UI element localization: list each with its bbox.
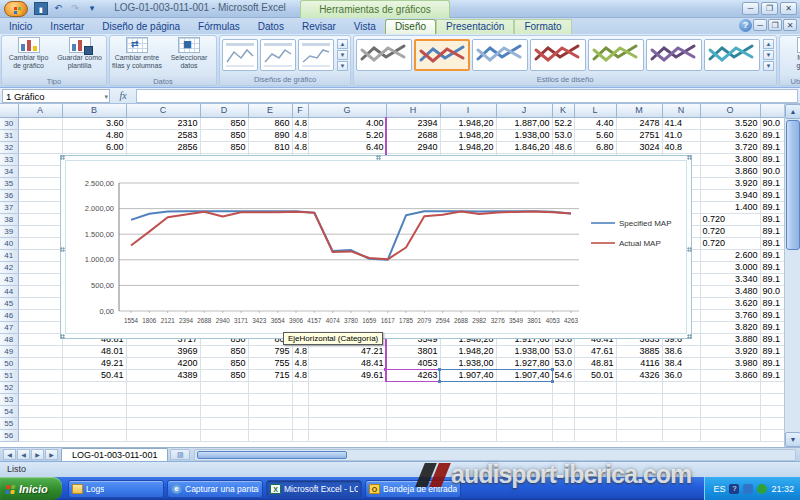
office-button-icon[interactable] [4, 1, 28, 17]
start-button[interactable]: Inicio [0, 477, 62, 500]
save-icon[interactable]: ▮ [34, 2, 48, 15]
cell[interactable]: 89.1 [760, 177, 784, 189]
cell[interactable]: 5.20 [308, 129, 386, 141]
cell[interactable] [126, 381, 200, 393]
cell[interactable] [496, 405, 552, 417]
cell[interactable] [18, 357, 62, 369]
cell[interactable]: 850 [200, 345, 248, 357]
restore-icon[interactable]: ❐ [761, 2, 778, 15]
cell[interactable]: 89.1 [760, 237, 784, 249]
cell[interactable]: 3.720 [700, 141, 760, 153]
cell[interactable]: 4.8 [292, 141, 308, 153]
chart-resize-handle-ml[interactable] [60, 247, 65, 252]
cell[interactable] [18, 177, 62, 189]
cell[interactable] [574, 393, 616, 405]
cell[interactable] [292, 417, 308, 429]
row-header-51[interactable]: 51 [0, 369, 18, 381]
chart-style-6[interactable] [646, 39, 702, 71]
cell[interactable]: 3.940 [700, 189, 760, 201]
cell[interactable]: 4.80 [62, 129, 126, 141]
cell[interactable] [308, 393, 386, 405]
cell[interactable] [386, 429, 440, 441]
cell[interactable]: 89.1 [760, 261, 784, 273]
row-header-46[interactable]: 46 [0, 309, 18, 321]
cell[interactable] [18, 273, 62, 285]
cell[interactable] [18, 405, 62, 417]
cell[interactable]: 89.1 [760, 201, 784, 213]
cell[interactable]: 1.948,20 [440, 117, 496, 129]
cell[interactable]: 2856 [126, 141, 200, 153]
cell[interactable]: 47.21 [308, 345, 386, 357]
cell[interactable] [496, 417, 552, 429]
cell[interactable] [552, 405, 574, 417]
cell[interactable] [440, 429, 496, 441]
row-header-52[interactable]: 52 [0, 381, 18, 393]
cell[interactable] [616, 393, 662, 405]
redo-icon[interactable]: ↷ [68, 2, 82, 15]
cell[interactable]: 90.0 [760, 285, 784, 297]
cell[interactable]: 1.938,00 [496, 345, 552, 357]
tab-vista[interactable]: Vista [345, 20, 385, 34]
cell[interactable] [18, 213, 62, 225]
column-header-K[interactable]: K [552, 104, 574, 117]
cell[interactable] [386, 417, 440, 429]
row-header-39[interactable]: 39 [0, 225, 18, 237]
style-gallery-more-icon[interactable]: ▼ [763, 61, 774, 71]
cell[interactable]: 90.0 [760, 117, 784, 129]
cell[interactable] [440, 417, 496, 429]
tab-dise-o[interactable]: Diseño [385, 19, 436, 34]
column-header-B[interactable]: B [62, 104, 126, 117]
chart-style-3[interactable] [472, 39, 528, 71]
workbook-close-icon[interactable]: ✕ [783, 19, 797, 31]
taskbar-task-logs[interactable]: Logs [68, 480, 164, 498]
cell[interactable]: 3.920 [700, 345, 760, 357]
select-all-corner[interactable] [0, 104, 18, 117]
cell[interactable] [760, 429, 784, 441]
cell[interactable] [700, 393, 760, 405]
row-header-48[interactable]: 48 [0, 333, 18, 345]
cell[interactable]: 860 [248, 117, 292, 129]
cell[interactable]: 1.846,20 [496, 141, 552, 153]
cell[interactable]: 89.1 [760, 333, 784, 345]
insert-worksheet-icon[interactable]: ▨ [170, 449, 190, 460]
cell[interactable] [292, 405, 308, 417]
cell[interactable]: 89.1 [760, 297, 784, 309]
row-header-56[interactable]: 56 [0, 429, 18, 441]
column-header-I[interactable]: I [440, 104, 496, 117]
cell[interactable]: 2310 [126, 117, 200, 129]
column-header-J[interactable]: J [496, 104, 552, 117]
row-header-35[interactable]: 35 [0, 177, 18, 189]
cell[interactable] [292, 429, 308, 441]
name-box[interactable]: 1 Gráfico ▾ [2, 89, 110, 103]
cell[interactable]: 715 [248, 369, 292, 381]
cell[interactable]: 1.938,00 [496, 129, 552, 141]
chart-style-4[interactable] [530, 39, 586, 71]
cell[interactable]: 3024 [616, 141, 662, 153]
cell[interactable]: 49.21 [62, 357, 126, 369]
cell[interactable] [616, 429, 662, 441]
cell[interactable]: 3.860 [700, 165, 760, 177]
cell[interactable]: 1.887,00 [496, 117, 552, 129]
cell[interactable]: 850 [200, 357, 248, 369]
cell[interactable] [248, 381, 292, 393]
help-icon[interactable]: ? [739, 19, 752, 32]
language-indicator[interactable]: ES [713, 484, 725, 494]
row-header-41[interactable]: 41 [0, 249, 18, 261]
cell[interactable] [126, 405, 200, 417]
cell[interactable] [552, 417, 574, 429]
cell[interactable] [18, 429, 62, 441]
chart-style-5[interactable] [588, 39, 644, 71]
cell[interactable]: 3.480 [700, 285, 760, 297]
row-header-37[interactable]: 37 [0, 201, 18, 213]
row-header-36[interactable]: 36 [0, 189, 18, 201]
formula-input[interactable] [136, 89, 798, 103]
switch-row-column-button[interactable]: ⇄ Cambiar entre filas y columnas [112, 37, 162, 75]
cell[interactable] [700, 417, 760, 429]
cell[interactable]: 89.1 [760, 369, 784, 381]
antivirus-tray-icon[interactable] [757, 484, 767, 494]
cell[interactable] [292, 393, 308, 405]
taskbar-task-bandeja-de-entrada[interactable]: Bandeja de entrada -... [365, 480, 461, 498]
tab-insertar[interactable]: Insertar [41, 20, 93, 34]
row-header-49[interactable]: 49 [0, 345, 18, 357]
cell[interactable]: 3.800 [700, 153, 760, 165]
